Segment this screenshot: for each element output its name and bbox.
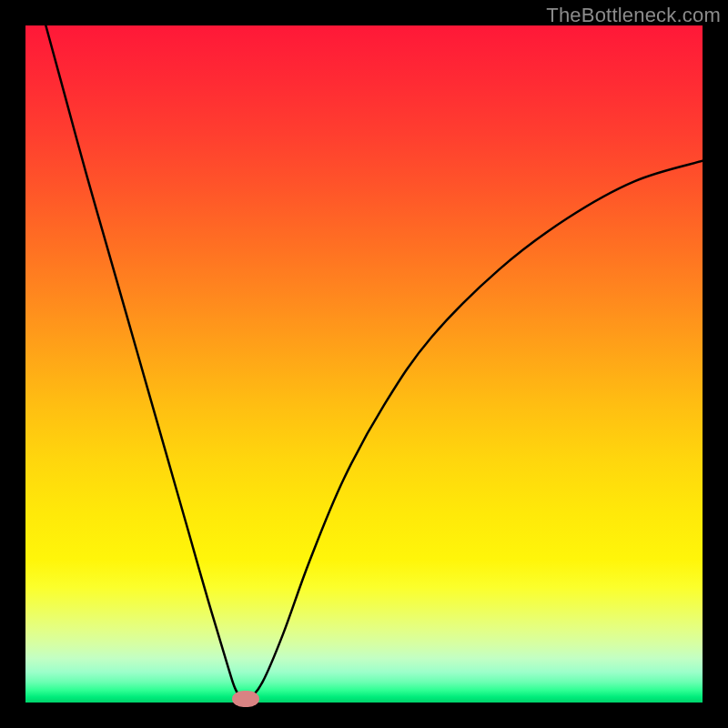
bottleneck-curve: [25, 25, 703, 703]
chart-frame: TheBottleneck.com: [0, 0, 728, 728]
minimum-marker: [232, 691, 259, 707]
plot-area: [25, 25, 703, 703]
watermark-text: TheBottleneck.com: [546, 4, 721, 27]
